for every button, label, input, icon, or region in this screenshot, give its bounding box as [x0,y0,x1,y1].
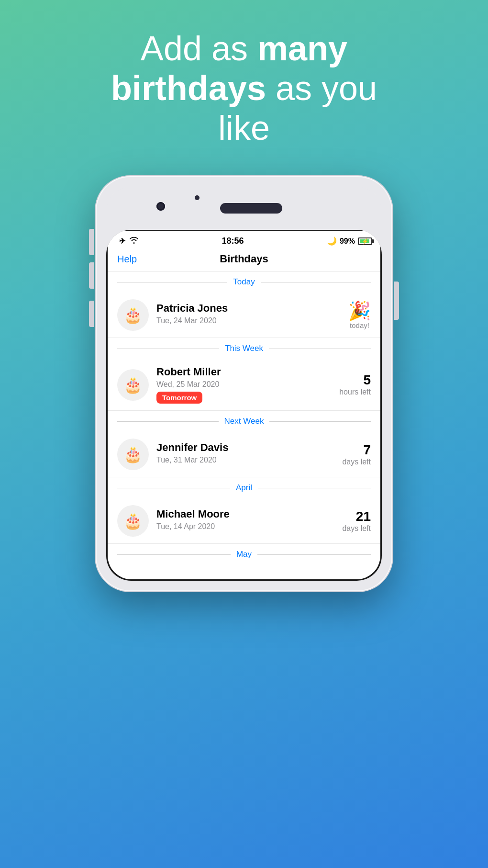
status-bar: ✈ 18:56 🌙 [108,231,380,249]
countdown-label-michael: days left [342,524,371,533]
section-line-right-4 [258,488,371,488]
section-may-label: May [236,550,252,559]
birthday-date-jennifer: Tue, 31 Mar 2020 [156,456,342,464]
birthday-name-michael: Michael Moore [156,508,342,520]
section-line-right-3 [269,421,371,422]
section-today-label: Today [233,277,255,287]
countdown-michael: 21 days left [342,509,371,533]
countdown-number-robert: 5 [339,373,371,388]
speaker-bar [220,203,282,214]
phone-screen-outer: ✈ 18:56 🌙 [106,230,382,581]
phone-top-bar [106,187,382,230]
countdown-number-jennifer: 7 [342,443,371,458]
battery-percent: 99% [340,237,355,246]
birthday-date-michael: Tue, 14 Apr 2020 [156,522,342,531]
wifi-icon [129,237,139,246]
nav-title: Birthdays [220,253,268,265]
phone-shell: ✈ 18:56 🌙 [96,176,392,591]
section-nextweek-label: Next Week [224,417,264,426]
headline-bold2: birthdays [111,69,266,107]
section-line-right [261,282,371,282]
countdown-label-jennifer: days left [342,458,371,466]
front-dot [195,195,200,200]
section-line-left [117,282,227,282]
tomorrow-badge: Tomorrow [156,392,202,404]
section-april-label: April [236,483,252,493]
avatar-robert: 🎂 [117,369,149,401]
birthday-date-patricia: Tue, 24 Mar 2020 [156,316,348,325]
birthday-item-jennifer[interactable]: 🎂 Jennifer Davis Tue, 31 Mar 2020 7 days… [108,432,380,477]
phone-mockup: ✈ 18:56 🌙 [96,176,392,591]
birthday-info-robert: Robert Miller Wed, 25 Mar 2020 Tomorrow [156,366,339,404]
countdown-robert: 5 hours left [339,373,371,396]
countdown-label-robert: hours left [339,388,371,396]
moon-icon: 🌙 [327,236,337,246]
section-line-left-4 [117,488,230,488]
headline-bold1: many [257,29,347,68]
phone-bottom [108,565,380,579]
birthday-item-robert[interactable]: 🎂 Robert Miller Wed, 25 Mar 2020 Tomorro… [108,359,380,411]
section-today-header: Today [108,271,380,293]
birthday-name-patricia: Patricia Jones [156,302,348,315]
avatar-michael: 🎂 [117,505,149,537]
section-line-right-5 [257,554,371,555]
section-line-left-2 [117,349,219,349]
nav-bar: Help Birthdays [108,249,380,271]
section-april-header: April [108,477,380,498]
birthday-info-patricia: Patricia Jones Tue, 24 Mar 2020 [156,302,348,328]
avatar-patricia: 🎂 [117,299,149,331]
front-camera [156,202,165,211]
birthday-item-michael[interactable]: 🎂 Michael Moore Tue, 14 Apr 2020 21 days… [108,498,380,544]
birthday-item-patricia[interactable]: 🎂 Patricia Jones Tue, 24 Mar 2020 🎉 toda… [108,293,380,338]
birthday-date-robert: Wed, 25 Mar 2020 [156,380,339,389]
status-right: 🌙 99% ⚡ [327,236,369,246]
phone-screen: ✈ 18:56 🌙 [108,231,380,579]
section-line-left-5 [117,554,231,555]
section-thisweek-label: This Week [225,344,263,353]
help-button[interactable]: Help [117,254,137,265]
section-thisweek-header: This Week [108,338,380,359]
airplane-icon: ✈ [119,237,125,246]
section-line-left-3 [117,421,219,422]
charging-icon: ⚡ [362,238,369,245]
party-emoji: 🎉 [348,300,371,321]
birthday-info-jennifer: Jennifer Davis Tue, 31 Mar 2020 [156,441,342,467]
countdown-jennifer: 7 days left [342,443,371,466]
headline: Add as many birthdays as you like [0,0,488,167]
avatar-jennifer: 🎂 [117,439,149,470]
section-may-header: May [108,544,380,565]
today-label: today! [350,321,369,329]
birthday-name-jennifer: Jennifer Davis [156,441,342,454]
birthday-name-robert: Robert Miller [156,366,339,378]
status-left: ✈ [119,237,139,246]
section-nextweek-header: Next Week [108,411,380,432]
today-indicator: 🎉 today! [348,300,371,330]
countdown-number-michael: 21 [342,509,371,524]
status-time: 18:56 [222,236,244,246]
birthday-info-michael: Michael Moore Tue, 14 Apr 2020 [156,508,342,534]
section-line-right-2 [269,349,371,349]
